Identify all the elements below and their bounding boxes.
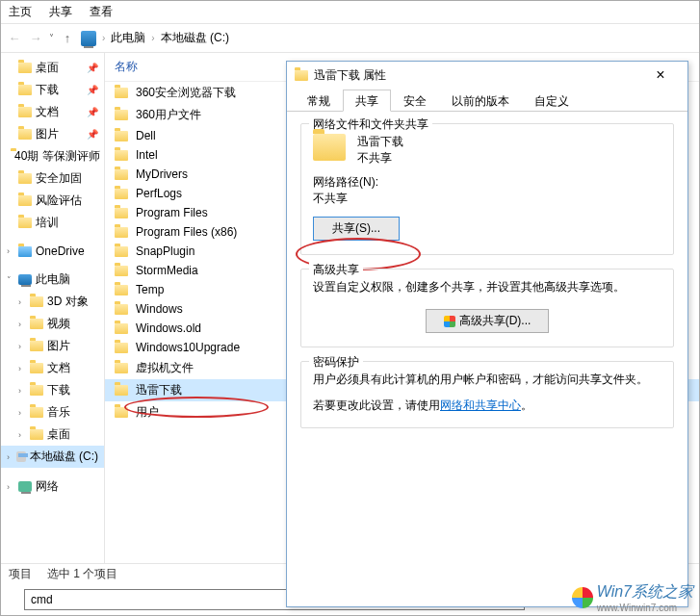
folder-icon: [313, 134, 346, 161]
sidebar-item[interactable]: 图片📌: [1, 123, 104, 145]
network-share-group: 网络文件和文件夹共享 迅雷下载 不共享 网络路径(N): 不共享 共享(S)..…: [300, 123, 674, 255]
properties-dialog: 迅雷下载 属性 × 常规 共享 安全 以前的版本 自定义 网络文件和文件夹共享 …: [286, 61, 688, 607]
sidebar-item-label: 视频: [47, 316, 70, 332]
folder-icon: [115, 304, 128, 315]
sidebar-item[interactable]: 文档📌: [1, 101, 104, 123]
history-dropdown[interactable]: ˅: [49, 33, 54, 43]
file-name: PerfLogs: [136, 187, 182, 200]
sidebar-item[interactable]: 安全加固: [1, 167, 104, 190]
folder-icon: [18, 85, 32, 95]
folder-icon: [115, 246, 128, 257]
nav-network[interactable]: ›网络: [1, 475, 104, 498]
file-name: 360用户文件: [136, 107, 201, 123]
breadcrumb-drive[interactable]: 本地磁盘 (C:): [161, 30, 229, 46]
forward-button[interactable]: →: [28, 31, 43, 45]
file-name: StormMedia: [136, 264, 198, 277]
tab-customize[interactable]: 自定义: [522, 90, 582, 112]
folder-icon: [18, 129, 32, 140]
folder-icon: [30, 341, 43, 351]
shield-icon: [444, 316, 455, 327]
status-selection: 选中 1 个项目: [47, 566, 117, 582]
file-name: Program Files: [136, 206, 208, 219]
menu-bar: 主页 共享 查看: [1, 1, 699, 24]
tab-body: 网络文件和文件夹共享 迅雷下载 不共享 网络路径(N): 不共享 共享(S)..…: [287, 112, 687, 606]
file-name: Windows.old: [136, 321, 201, 335]
folder-icon: [30, 429, 43, 440]
sidebar-item[interactable]: ›音乐: [1, 401, 104, 424]
file-name: Windows10Upgrade: [136, 341, 240, 354]
share-state: 不共享: [357, 150, 403, 167]
sidebar-item[interactable]: ›文档: [1, 357, 104, 379]
file-name: Program Files (x86): [136, 225, 237, 239]
sidebar-item-label: 文档: [36, 104, 59, 120]
sidebar-item[interactable]: 培训: [1, 212, 104, 234]
file-name: 360安全浏览器下载: [136, 85, 236, 101]
nav-onedrive[interactable]: ›OneDrive: [1, 242, 104, 261]
folder-icon: [115, 407, 128, 418]
network-path-value: 不共享: [313, 191, 661, 207]
sidebar-item[interactable]: ›桌面: [1, 424, 104, 446]
menu-home[interactable]: 主页: [9, 4, 32, 20]
sidebar-item-label: 40期 等保测评师: [14, 148, 100, 165]
file-name: MyDrivers: [136, 167, 188, 181]
folder-icon: [30, 385, 43, 396]
folder-icon: [115, 131, 128, 141]
sidebar-item-label: 3D 对象: [47, 294, 89, 310]
sidebar-item-label: 文档: [47, 360, 70, 376]
folder-icon: [115, 323, 128, 334]
folder-icon: [295, 70, 308, 81]
file-name: SnapPlugin: [136, 244, 194, 258]
pin-icon: 📌: [87, 63, 98, 73]
folder-icon: [30, 296, 43, 307]
address-bar: ← → ˅ ↑ › 此电脑 › 本地磁盘 (C:): [1, 24, 699, 53]
breadcrumb[interactable]: › 此电脑 › 本地磁盘 (C:): [102, 30, 229, 46]
password-protect-group: 密码保护 用户必须具有此计算机的用户帐户和密码，才能访问共享文件夹。 若要更改此…: [300, 361, 674, 428]
nav-this-pc[interactable]: ˅此电脑: [1, 269, 104, 291]
back-button[interactable]: ←: [7, 31, 22, 45]
status-item-count: 项目: [9, 566, 32, 582]
dialog-titlebar[interactable]: 迅雷下载 属性 ×: [287, 62, 687, 89]
sidebar-item[interactable]: ›图片: [1, 335, 104, 357]
sidebar-item[interactable]: 下载📌: [1, 79, 104, 101]
advanced-share-button[interactable]: 高级共享(D)...: [426, 309, 550, 333]
tab-security[interactable]: 安全: [391, 90, 439, 112]
folder-icon: [18, 63, 32, 73]
sidebar-item-label: 下载: [47, 382, 70, 398]
menu-view[interactable]: 查看: [90, 4, 113, 20]
sidebar-item[interactable]: 桌面📌: [1, 57, 104, 79]
sidebar-item[interactable]: 40期 等保测评师: [1, 145, 104, 167]
sidebar-item-label: 图片: [36, 126, 59, 142]
sidebar-item[interactable]: ›视频: [1, 313, 104, 335]
sidebar-item-label: 音乐: [47, 404, 70, 421]
sidebar-item[interactable]: ›3D 对象: [1, 291, 104, 313]
menu-share[interactable]: 共享: [49, 4, 72, 20]
sidebar-item[interactable]: ›下载: [1, 379, 104, 401]
network-sharing-center-link[interactable]: 网络和共享中心: [440, 398, 521, 412]
folder-icon: [30, 407, 43, 418]
breadcrumb-this-pc[interactable]: 此电脑: [111, 30, 145, 46]
file-name: 虚拟机文件: [136, 360, 194, 376]
share-folder-name: 迅雷下载: [357, 134, 403, 150]
folder-icon: [18, 195, 32, 206]
file-name: Windows: [136, 302, 183, 316]
sidebar-item[interactable]: 风险评估: [1, 190, 104, 212]
folder-icon: [115, 227, 128, 238]
share-button[interactable]: 共享(S)...: [313, 217, 400, 241]
folder-icon: [115, 189, 128, 199]
folder-icon: [18, 218, 32, 228]
nav-drive-c[interactable]: ›本地磁盘 (C:): [1, 446, 104, 468]
sidebar-item-label: 风险评估: [36, 192, 82, 209]
navigation-pane[interactable]: 桌面📌下载📌文档📌图片📌40期 等保测评师安全加固风险评估培训 ›OneDriv…: [1, 53, 105, 563]
folder-icon: [115, 88, 128, 98]
folder-icon: [115, 208, 128, 218]
folder-icon: [115, 150, 128, 161]
sidebar-item-label: 安全加固: [36, 170, 82, 187]
pin-icon: 📌: [87, 85, 98, 95]
group-title: 高级共享: [309, 262, 363, 278]
up-button[interactable]: ↑: [60, 31, 75, 45]
tab-previous-versions[interactable]: 以前的版本: [439, 90, 522, 112]
tab-share[interactable]: 共享: [343, 90, 391, 112]
close-button[interactable]: ×: [641, 66, 680, 84]
tab-general[interactable]: 常规: [295, 90, 343, 112]
sidebar-item-label: 图片: [47, 338, 70, 354]
